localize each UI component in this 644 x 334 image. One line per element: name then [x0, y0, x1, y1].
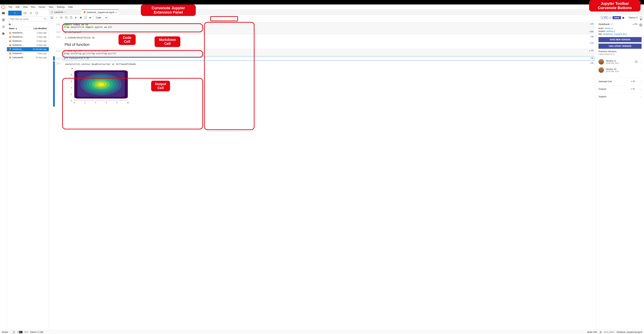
tab-launcher[interactable]: Launcher×: [49, 9, 82, 14]
file-row[interactable]: NewDemo...3 days ago: [7, 31, 49, 35]
project-link[interactable]: testing: [606, 30, 613, 32]
filter-input[interactable]: [8, 16, 48, 21]
open-external-icon[interactable]: [610, 23, 612, 25]
tab-notebook-jupyterlab-ipynb[interactable]: Notebook_JupyterLab.ipynb●: [82, 9, 119, 14]
cell-more-icon[interactable]: ⋮: [594, 31, 596, 34]
cell-more-icon[interactable]: ⋮: [594, 42, 596, 45]
curvenote-logo-icon[interactable]: ◉: [622, 16, 624, 19]
version-item[interactable]: Version 1110:05 PM, Jul 9⋮: [598, 58, 642, 66]
use-latest-version-button[interactable]: USE LATEST VERSION: [598, 44, 642, 49]
restart-run-all-icon[interactable]: [89, 16, 92, 19]
cell-row[interactable]: [22]:<matplotlib.contour.QuadContourSet …: [53, 61, 594, 107]
chevron-down-icon[interactable]: ⌄: [640, 95, 642, 98]
menu-edit[interactable]: Edit: [14, 5, 21, 9]
version-item[interactable]: Version 1010:01 PM, Jul 9⋮: [598, 66, 642, 74]
section-support[interactable]: Support⌄: [598, 93, 642, 100]
cell-body[interactable]: plt.contourf(X,Y,Z)✔ V2⋮: [63, 56, 594, 61]
collapse-up-icon[interactable]: ˄ ⌃: [598, 56, 642, 58]
file-row[interactable]: Notebook ...8 days ago: [7, 39, 49, 43]
menu-run[interactable]: Run: [29, 5, 37, 9]
running-icon[interactable]: [2, 18, 5, 22]
extension-icon[interactable]: [2, 32, 5, 35]
cell-row[interactable]: [20]:np.sin(np.pi)✔ V10⋮: [53, 30, 594, 34]
menu-help[interactable]: Help: [66, 5, 74, 9]
cell-type-select[interactable]: Code: [94, 16, 108, 20]
section-outputs[interactable]: Outputs✔ V2⋮⌄: [598, 85, 642, 92]
save-new-version-button[interactable]: SAVE NEW VERSION: [598, 37, 642, 42]
cell-body[interactable]: Plot of function✔ V4⋮: [63, 41, 594, 48]
cell-version-badge[interactable]: ✔ V10: [589, 31, 593, 33]
cell-body[interactable]: 1.2246467991473532e-16✔ V8⋮: [63, 35, 594, 40]
menu-view[interactable]: View: [21, 5, 29, 9]
col-header-modified[interactable]: Last Modified: [34, 27, 47, 30]
run-icon[interactable]: [74, 16, 78, 19]
bookmark-icon[interactable]: [635, 60, 638, 63]
more-icon[interactable]: ⋮: [639, 61, 642, 63]
upload-button[interactable]: [28, 11, 33, 15]
cell-body[interactable]: np.sin(np.pi)✔ V10⋮: [63, 30, 594, 34]
dirty-indicator-icon[interactable]: ●: [116, 11, 117, 13]
new-folder-button[interactable]: [23, 11, 28, 15]
kernels-count[interactable]: 0 ⊙: [24, 331, 28, 333]
cell-row[interactable]: [19]:import numpy as npfrom matplotlib i…: [53, 22, 594, 29]
refresh-button[interactable]: [34, 11, 39, 15]
expand-down-icon[interactable]: ˅ ⌄: [598, 75, 642, 77]
menu-settings[interactable]: Settings: [55, 5, 66, 9]
cell-row[interactable]: [21]:X,Y=np.mgrid[0:10:256j,0:10:256j]Z=…: [53, 49, 594, 56]
curvenote-tab-icon[interactable]: ◉: [640, 18, 642, 20]
section-selected-cell[interactable]: Selected Cell✔ V2⋮⌄: [598, 78, 642, 85]
more-icon[interactable]: ⋮: [639, 69, 642, 71]
cell-more-icon[interactable]: ⋮: [594, 23, 596, 26]
stop-icon[interactable]: [79, 16, 82, 19]
new-launcher-button[interactable]: +: [8, 11, 22, 15]
cell-body[interactable]: X,Y=np.mgrid[0:10:256j,0:10:256j]Z=np.si…: [63, 49, 594, 56]
cell-version-badge[interactable]: ✔ V8: [590, 36, 593, 37]
cell-more-icon[interactable]: ⋮: [594, 36, 596, 39]
paste-icon[interactable]: [70, 16, 73, 19]
breadcrumb[interactable]: /: [7, 22, 49, 26]
copy-icon[interactable]: [65, 16, 68, 19]
file-row[interactable]: Notebook.i...7 days ago: [7, 51, 49, 55]
cut-icon[interactable]: [60, 16, 63, 19]
menu-kernel[interactable]: Kernel: [37, 5, 47, 9]
file-row[interactable]: Notebook_...10 minutes ago: [7, 47, 49, 51]
cell-body[interactable]: import numpy as npfrom matplotlib import…: [63, 22, 594, 29]
cell-more-icon[interactable]: ⋮: [594, 50, 596, 52]
more-icon[interactable]: ⋮: [636, 80, 638, 83]
curvenote-save-button[interactable]: SAVE: [612, 16, 621, 19]
cell-more-icon[interactable]: ⋮: [594, 57, 596, 60]
mode-indicator[interactable]: Mode: Edit: [587, 331, 597, 333]
cell-row[interactable]: [22]:plt.contourf(X,Y,Z)✔ V2⋮: [53, 56, 594, 61]
chevron-down-icon[interactable]: ⌄: [640, 80, 642, 83]
file-row[interactable]: UploadedN...10 days ago: [7, 55, 49, 59]
file-row[interactable]: NewDemo...4 days ago: [7, 35, 49, 39]
menu-file[interactable]: File: [7, 5, 14, 9]
cell-version-badge[interactable]: ✔ V2: [590, 62, 593, 64]
notebook-title-link[interactable]: Notebook_JupyterLab: [603, 33, 625, 35]
add-cell-icon[interactable]: +: [55, 16, 58, 19]
cell-version-badge[interactable]: ✔ V4: [590, 42, 593, 44]
toc-icon[interactable]: [2, 25, 5, 28]
kernel-name[interactable]: Python 3: [627, 16, 639, 19]
simple-mode-toggle[interactable]: [10, 331, 15, 333]
cell-version-badge[interactable]: ✔ V2: [590, 57, 593, 59]
col-header-name[interactable]: Name ▲: [9, 27, 34, 30]
more-icon[interactable]: ⋮: [636, 88, 638, 90]
open-external-icon[interactable]: [609, 16, 612, 19]
close-icon[interactable]: ×: [64, 11, 66, 13]
file-row[interactable]: Notebook ...8 days ago: [7, 43, 49, 47]
cell-body[interactable]: <matplotlib.contour.QuadContourSet at 0x…: [63, 61, 594, 107]
cursor-position[interactable]: Ln 1, Col 1: [604, 331, 614, 333]
cell-version-badge[interactable]: ✔ V7: [590, 23, 593, 25]
cell-more-icon[interactable]: ⋮: [594, 62, 596, 65]
menu-tabs[interactable]: Tabs: [47, 5, 55, 9]
restart-icon[interactable]: [84, 16, 87, 19]
folder-icon[interactable]: [2, 11, 5, 15]
kernel-status[interactable]: Python 3 | Idle: [30, 331, 43, 333]
terminals-count[interactable]: 0 >_: [17, 331, 22, 333]
chevron-down-icon[interactable]: ⌄: [640, 88, 642, 90]
save-icon[interactable]: [50, 16, 54, 19]
cell-version-badge[interactable]: ▲ V1: [589, 50, 593, 51]
toolbar-version-chip[interactable]: ▲ V11: [601, 16, 608, 19]
bell-icon[interactable]: [600, 331, 602, 333]
